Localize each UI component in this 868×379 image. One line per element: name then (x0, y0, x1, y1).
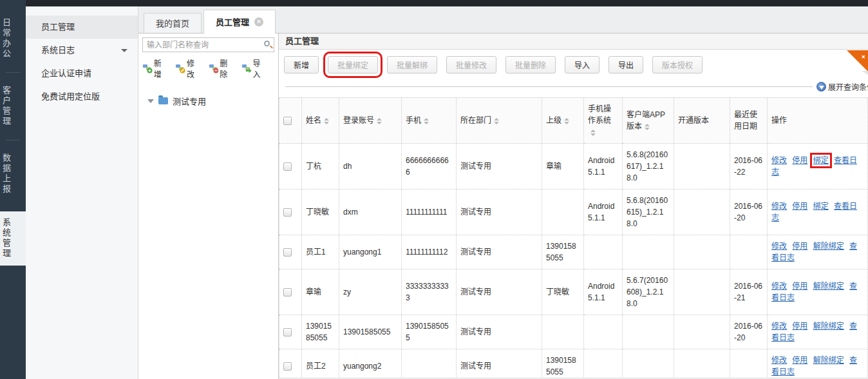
sort-icon[interactable] (324, 118, 329, 124)
sidebar-item-enterprise-cert[interactable]: 企业认证申请 (26, 62, 138, 85)
op-link[interactable]: 停用 (792, 322, 807, 331)
column-header[interactable]: 客户端APP版本 (623, 98, 674, 144)
table-row: 13901585055 13901585055 13901585055 测试专用… (279, 315, 868, 349)
row-select-cell (279, 235, 302, 269)
sort-icon[interactable] (645, 124, 650, 130)
op-link[interactable]: 修改 (771, 356, 787, 365)
cell-operations: 修改 停用 解除绑定 查看日志 (768, 315, 868, 349)
row-checkbox[interactable] (283, 362, 292, 371)
sidebar-item-employee-mgmt[interactable]: 员工管理 (26, 15, 138, 39)
sort-icon[interactable] (377, 118, 382, 124)
op-link[interactable]: 解除绑定 (813, 356, 844, 365)
toolbar-button[interactable]: 批量修改 (446, 56, 496, 73)
cell-department: 测试专用 (457, 315, 542, 349)
column-header[interactable]: 上级 (542, 98, 584, 144)
op-link[interactable]: 停用 (792, 356, 807, 365)
cell-edition (674, 190, 730, 235)
row-checkbox[interactable] (283, 208, 292, 217)
rail-item-system-mgmt[interactable]: 系统管理 (0, 211, 26, 266)
op-link[interactable]: 解除绑定 (813, 242, 844, 251)
column-header-label: 最近使用日期 (734, 110, 757, 131)
cell-app-version (623, 315, 674, 349)
op-link[interactable]: 停用 (792, 242, 807, 251)
tree-add-button[interactable]: 新增 (142, 57, 169, 79)
table-row: 员工1 yuangong1 11111111112 测试专用 139015850… (279, 235, 868, 269)
column-header-label: 登录账号 (343, 116, 374, 125)
op-link[interactable]: 修改 (771, 282, 787, 291)
cell-operations: 修改 停用 绑定 查看日志 (768, 144, 868, 190)
tree-node-test-dept[interactable]: 测试专用 (173, 95, 206, 107)
column-header-label: 上级 (546, 116, 561, 125)
department-panel: 新增 修改 删除 导入 测试专用 (138, 34, 279, 379)
expand-query-toggle[interactable]: 展开查询条件 (816, 81, 868, 92)
toolbar-button[interactable]: 新增 (284, 56, 319, 73)
op-link[interactable]: 修改 (771, 156, 787, 165)
column-header[interactable]: 姓名 (302, 98, 339, 144)
rail-item-customer-mgmt[interactable]: 客户管理 (0, 79, 26, 133)
row-checkbox[interactable] (283, 328, 292, 336)
cell-last-used (730, 349, 768, 379)
cell-os (584, 315, 623, 349)
sort-icon[interactable] (564, 118, 569, 124)
toolbar-button[interactable]: 导出 (609, 56, 643, 73)
sort-icon[interactable] (590, 130, 596, 136)
cell-operations: 修改 停用 解除绑定 查看日志 (768, 269, 868, 315)
row-checkbox[interactable] (283, 288, 292, 296)
dept-search-input[interactable] (142, 37, 274, 52)
column-header[interactable]: 登录账号 (339, 98, 402, 144)
cell-last-used: 2016-06-20 (730, 190, 768, 235)
column-header[interactable]: 最近使用日期 (730, 98, 768, 144)
close-icon[interactable]: × (254, 17, 263, 26)
select-all-checkbox[interactable] (283, 117, 292, 125)
row-checkbox[interactable] (283, 248, 292, 257)
column-header[interactable]: 手机操作系统 (584, 98, 623, 144)
column-header[interactable]: 操作 (768, 98, 868, 144)
tab-employee-mgmt[interactable]: 员工管理 × (203, 10, 276, 34)
op-link[interactable]: 修改 (771, 242, 787, 251)
tree-delete-button[interactable]: 删除 (209, 57, 235, 79)
rail-divider (6, 140, 20, 141)
sidebar-item-system-log[interactable]: 系统日志 (26, 39, 138, 62)
sort-icon[interactable] (424, 118, 429, 124)
folder-icon (158, 97, 168, 104)
op-link[interactable]: 修改 (771, 322, 787, 331)
sort-icon[interactable] (494, 118, 499, 124)
toolbar-button[interactable]: 批量绑定 (328, 56, 378, 73)
tree-import-button[interactable]: 导入 (241, 57, 268, 79)
search-icon[interactable] (264, 41, 270, 46)
main-panel: 员工管理 + 新增 批量绑定 批量解绑 批量修改 批量删除 导入 导出 版本授权 (279, 34, 868, 379)
op-link[interactable]: 绑定 (813, 202, 829, 211)
rail-item-daily-office[interactable]: 日常办公 (0, 12, 26, 66)
tree-edit-button[interactable]: 修改 (175, 57, 202, 79)
op-link[interactable]: 停用 (792, 156, 807, 165)
cell-edition (674, 315, 730, 349)
cell-os (584, 349, 623, 379)
rail-item-data-report[interactable]: 数据上报 (0, 147, 26, 201)
toolbar-button[interactable]: 版本授权 (652, 56, 703, 73)
caret-down-icon[interactable] (147, 99, 154, 103)
tab-my-home[interactable]: 我的首页 (144, 13, 202, 33)
column-header-label: 开通版本 (678, 116, 709, 125)
module-rail: 日常办公 客户管理 数据上报 系统管理 (0, 0, 26, 379)
cell-name: 13901585055 (302, 315, 339, 349)
cell-last-used: 2016-06-21 (730, 269, 768, 315)
cell-phone: 66666666666 (402, 144, 457, 190)
column-header[interactable]: 开通版本 (674, 98, 730, 144)
toolbar-button[interactable]: 批量解绑 (387, 56, 437, 73)
op-link[interactable]: 解除绑定 (813, 282, 844, 291)
op-link[interactable]: 停用 (792, 202, 807, 211)
column-header[interactable]: 手机 (402, 98, 457, 144)
cell-superior: 13901585055 (542, 235, 584, 269)
column-header[interactable]: 所在部门 (457, 98, 542, 144)
op-link[interactable]: 解除绑定 (813, 322, 844, 331)
table-header-row: 姓名 登录账号 手机 所在部门 (279, 98, 868, 144)
toolbar-button[interactable]: 导入 (565, 56, 599, 73)
op-link[interactable]: 修改 (771, 202, 787, 211)
row-checkbox[interactable] (283, 162, 292, 171)
toolbar-button[interactable]: 批量删除 (505, 56, 556, 73)
sidebar-item-free-trial[interactable]: 免费试用定位版 (26, 85, 138, 108)
cell-department: 测试专用 (457, 144, 542, 190)
cell-edition (674, 269, 730, 315)
op-link[interactable]: 绑定 (813, 156, 829, 165)
op-link[interactable]: 停用 (792, 282, 807, 291)
